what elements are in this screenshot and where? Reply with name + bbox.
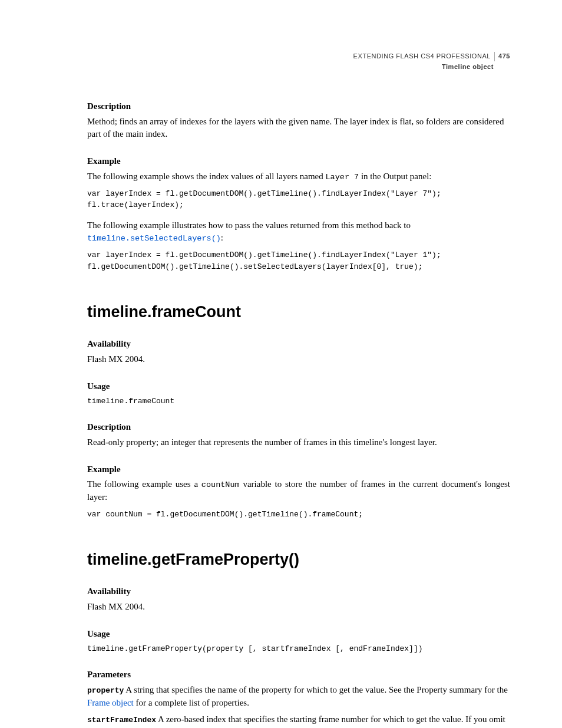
example-intro-2: The following example illustrates how to… xyxy=(87,219,510,245)
subheading-description-2: Description xyxy=(87,421,510,434)
subheading-parameters: Parameters xyxy=(87,668,510,681)
page-container: EXTENDING FLASH CS4 PROFESSIONAL475 Time… xyxy=(0,0,562,728)
inline-code-countnum: countNum xyxy=(201,480,240,489)
link-frame-object[interactable]: Frame object xyxy=(87,698,134,707)
link-setselectedlayers[interactable]: timeline.setSelectedLayers() xyxy=(87,233,221,242)
param-name-property: property xyxy=(87,686,124,695)
usage-code-3: timeline.getFrameProperty(property [, st… xyxy=(87,643,510,655)
example-intro-3a: The following example uses a xyxy=(87,479,201,489)
description-text-2: Read-only property; an integer that repr… xyxy=(87,436,510,449)
param-property: property A string that specifies the nam… xyxy=(87,684,510,710)
heading-getframeproperty: timeline.getFrameProperty() xyxy=(87,548,510,571)
subheading-example: Example xyxy=(87,155,510,168)
param-startframeindex: startFrameIndex A zero-based index that … xyxy=(87,713,510,729)
param-property-text-b: for a complete list of properties. xyxy=(134,698,249,707)
inline-code-layer7: Layer 7 xyxy=(325,173,359,182)
param-property-text-a: A string that specifies the name of the … xyxy=(124,685,508,694)
example-intro-2-after: : xyxy=(221,233,223,242)
param-name-startframeindex: startFrameIndex xyxy=(87,716,156,724)
subheading-example-2: Example xyxy=(87,463,510,476)
header-page-number: 475 xyxy=(495,52,510,60)
subheading-usage-3: Usage xyxy=(87,628,510,641)
code-block-3: var countNum = fl.getDocumentDOM().getTi… xyxy=(87,509,510,521)
example-intro-1: The following example shows the index va… xyxy=(87,170,510,183)
subheading-description: Description xyxy=(87,100,510,113)
usage-code-2: timeline.frameCount xyxy=(87,396,510,407)
link-setselectedlayers-code: timeline.setSelectedLayers() xyxy=(87,234,221,243)
code-block-1: var layerIndex = fl.getDocumentDOM().get… xyxy=(87,188,510,211)
example-intro-1b: in the Output panel: xyxy=(359,172,431,181)
heading-framecount: timeline.frameCount xyxy=(87,301,510,324)
example-intro-2-text: The following example illustrates how to… xyxy=(87,220,411,230)
header-subtitle: Timeline object xyxy=(87,62,510,72)
availability-text-3: Flash MX 2004. xyxy=(87,601,510,614)
example-intro-3: The following example uses a countNum va… xyxy=(87,478,510,504)
code-block-2: var layerIndex = fl.getDocumentDOM().get… xyxy=(87,249,510,272)
subheading-usage-2: Usage xyxy=(87,380,510,393)
description-text: Method; finds an array of indexes for th… xyxy=(87,116,510,141)
subheading-availability-3: Availability xyxy=(87,585,510,598)
param-startframeindex-text-a: A zero-based index that specifies the st… xyxy=(156,714,505,724)
header-title: EXTENDING FLASH CS4 PROFESSIONAL xyxy=(353,52,495,61)
running-header: EXTENDING FLASH CS4 PROFESSIONAL475 Time… xyxy=(87,52,510,72)
example-intro-1a: The following example shows the index va… xyxy=(87,172,325,181)
availability-text-2: Flash MX 2004. xyxy=(87,353,510,366)
subheading-availability-2: Availability xyxy=(87,338,510,351)
